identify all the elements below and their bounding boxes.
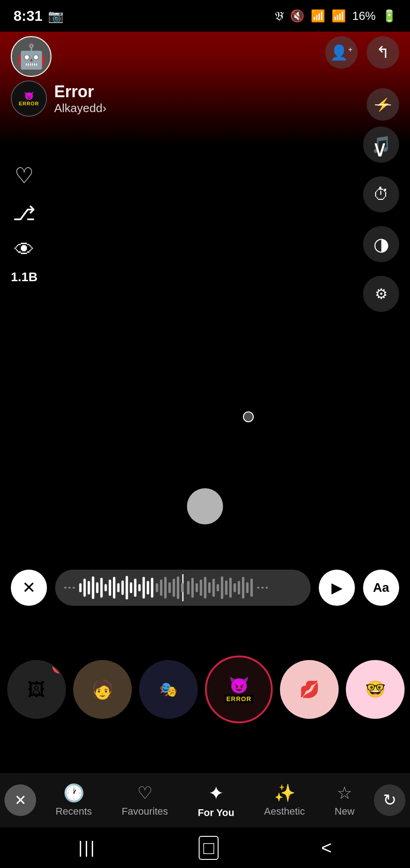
contrast-button[interactable]: ◑ [363, 226, 399, 262]
svg-point-45 [257, 587, 259, 589]
status-right: 𝔅̸ 🔇 📶 📶 16% 🔋 [275, 9, 396, 23]
svg-rect-4 [84, 579, 86, 597]
svg-rect-9 [104, 584, 107, 591]
svg-rect-38 [225, 580, 227, 595]
tab-aesthetic[interactable]: ✨ Aesthetic [257, 780, 312, 820]
top-right-icons: 👤+ ↱ [325, 36, 399, 69]
filter-error[interactable]: 😈 ERROR [205, 656, 273, 723]
svg-rect-3 [79, 583, 81, 592]
audio-text-button[interactable]: Aa [363, 570, 399, 606]
svg-rect-19 [147, 581, 149, 594]
error-user-block: 😈 ERROR Error Alkayedd › [11, 80, 107, 117]
new-label: New [335, 806, 354, 817]
svg-rect-15 [130, 582, 132, 593]
audio-play-button[interactable]: ▶ [319, 570, 355, 606]
share-button[interactable]: ⎇ [13, 202, 36, 225]
refresh-button[interactable]: ↻ [374, 784, 405, 816]
bluetooth-icon: 𝔅̸ [275, 9, 284, 23]
svg-rect-33 [204, 577, 206, 599]
audio-close-button[interactable]: ✕ [11, 570, 47, 606]
svg-rect-43 [246, 582, 248, 593]
waveform-container[interactable] [55, 570, 311, 606]
sliders-button[interactable]: ⚙ [363, 276, 399, 312]
svg-rect-10 [109, 580, 111, 596]
svg-rect-41 [238, 581, 240, 594]
bluetooth-disabled-icon: ⚡ [367, 88, 399, 121]
error-filter-devil: 😈 [229, 676, 249, 695]
battery-text: 16% [352, 9, 376, 23]
username-block: Error Alkayedd › [54, 82, 107, 115]
svg-point-46 [261, 587, 264, 589]
svg-rect-37 [221, 576, 223, 599]
menu-button[interactable]: ||| [78, 838, 96, 857]
waveform-svg [62, 574, 303, 601]
track-title: Error [54, 82, 107, 101]
contrast-icon: ◑ [373, 234, 389, 255]
user-handle[interactable]: Alkayedd › [54, 101, 107, 115]
filter-lips[interactable]: 💋 [280, 660, 339, 719]
aesthetic-icon: ✨ [274, 783, 295, 803]
tab-favourites[interactable]: ♡ Favourites [114, 780, 175, 820]
svg-rect-5 [88, 581, 90, 594]
svg-rect-14 [126, 576, 128, 599]
text-icon: Aa [373, 580, 389, 595]
svg-rect-44 [251, 579, 253, 597]
svg-rect-13 [121, 580, 124, 595]
mute-icon: 🔇 [290, 9, 304, 23]
avatar-image: 🤖 [17, 43, 46, 71]
svg-rect-32 [200, 580, 202, 596]
svg-rect-28 [181, 583, 183, 592]
filter-group[interactable]: 🎭 [139, 660, 198, 719]
battery-icon: 🔋 [382, 9, 396, 23]
sliders-icon: ⚙ [375, 285, 388, 302]
svg-rect-7 [96, 582, 98, 593]
close-x-icon: ✕ [22, 578, 36, 597]
nav-tabs: 🕐 Recents ♡ Favourites ✦ For You ✨ Aesth… [41, 779, 369, 821]
right-actions: 🎵 ⏱ ◑ ⚙ ∨ [363, 127, 399, 312]
new-icon: ☆ [337, 783, 352, 803]
svg-rect-39 [229, 578, 232, 598]
svg-point-47 [266, 587, 268, 589]
filter-gallery[interactable]: 🖼 ● [7, 660, 66, 719]
status-bar: 8:31 📷 𝔅̸ 🔇 📶 📶 16% 🔋 [0, 0, 410, 32]
add-user-button[interactable]: 👤+ [325, 36, 358, 69]
audio-bar: ✕ [0, 561, 410, 615]
filter-boy[interactable]: 🧑 [73, 660, 132, 719]
tab-for-you[interactable]: ✦ For You [191, 779, 242, 821]
timer-button[interactable]: ⏱ [363, 176, 399, 212]
svg-rect-8 [100, 578, 102, 598]
svg-rect-6 [92, 576, 94, 599]
group-filter-icon: 🎭 [159, 681, 177, 698]
back-button[interactable]: < [321, 838, 331, 858]
refresh-icon: ↻ [383, 791, 396, 810]
favourites-label: Favourites [121, 806, 168, 817]
gallery-badge: ● [52, 660, 66, 674]
home-button[interactable]: □ [199, 836, 219, 860]
signal-icon: 📶 [331, 9, 346, 23]
wifi-icon: 📶 [311, 9, 325, 23]
chevron-down-icon[interactable]: ∨ [372, 136, 388, 162]
error-label: ERROR [19, 101, 39, 106]
bottom-nav: ✕ 🕐 Recents ♡ Favourites ✦ For You ✨ Aes… [0, 773, 410, 827]
error-avatar[interactable]: 😈 ERROR [11, 80, 47, 117]
for-you-icon: ✦ [208, 782, 224, 804]
svg-rect-31 [196, 583, 198, 592]
svg-point-1 [68, 587, 70, 589]
add-user-icon: 👤+ [330, 44, 352, 61]
tab-recents[interactable]: 🕐 Recents [48, 780, 99, 820]
bt-off-icon: ⚡ [375, 97, 391, 112]
user-avatar[interactable]: 🤖 [11, 36, 51, 77]
glasses-filter-icon: 🤓 [365, 680, 386, 699]
home-indicator: ||| □ < [0, 827, 410, 868]
gallery-icon: 🖼 [28, 679, 46, 700]
heart-button[interactable]: ♡ [14, 163, 34, 188]
filter-glasses[interactable]: 🤓 [346, 660, 405, 719]
svg-rect-26 [172, 579, 175, 597]
devil-emoji: 😈 [24, 91, 34, 101]
repost-button[interactable]: ↱ [367, 36, 399, 69]
boy-filter-icon: 🧑 [91, 679, 114, 700]
tab-new[interactable]: ☆ New [327, 780, 362, 820]
svg-rect-12 [117, 583, 119, 592]
favourites-icon: ♡ [137, 783, 153, 803]
close-filter-button[interactable]: ✕ [5, 784, 36, 816]
